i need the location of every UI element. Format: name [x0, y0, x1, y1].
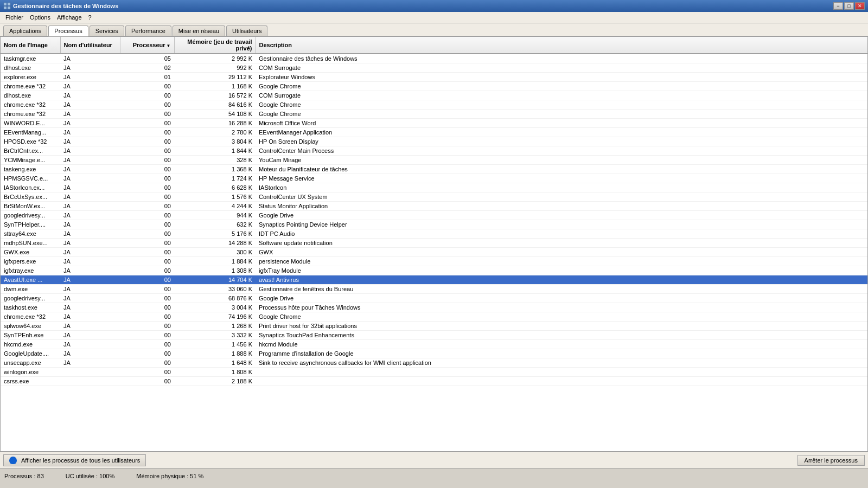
- table-row[interactable]: IAStorIcon.ex...JA006 628 KIAStorIcon: [1, 183, 867, 192]
- menu-item-fichier[interactable]: Fichier: [2, 13, 27, 22]
- tab-applications[interactable]: Applications: [3, 25, 47, 36]
- table-row[interactable]: explorer.exeJA0129 112 KExplorateur Wind…: [1, 73, 867, 82]
- cell-cpu: 00: [120, 192, 174, 202]
- cell-image: dwm.exe: [1, 285, 60, 294]
- cell-user: JA: [60, 82, 120, 91]
- col-header-desc[interactable]: Description: [256, 37, 867, 54]
- cell-desc: persistence Module: [256, 257, 867, 266]
- svg-rect-0: [4, 3, 7, 5]
- cell-cpu: 00: [120, 294, 174, 303]
- cell-mem: 3 004 K: [174, 303, 256, 312]
- menu-item-options[interactable]: Options: [27, 13, 54, 22]
- col-header-cpu[interactable]: Processeur▼: [120, 37, 174, 54]
- cell-user: JA: [60, 73, 120, 82]
- tab-processus[interactable]: Processus: [48, 25, 88, 36]
- table-row[interactable]: chrome.exe *32JA001 168 KGoogle Chrome: [1, 82, 867, 91]
- cell-image: dlhost.exe: [1, 91, 60, 100]
- table-row[interactable]: sttray64.exeJA005 176 KIDT PC Audio: [1, 229, 867, 239]
- table-row[interactable]: BrStMonW.ex...JA004 244 KStatus Monitor …: [1, 202, 867, 211]
- cell-image: chrome.exe *32: [1, 110, 60, 119]
- table-row[interactable]: GWX.exeJA00300 KGWX: [1, 248, 867, 257]
- cell-image: WINWORD.E...: [1, 119, 60, 128]
- table-row[interactable]: mdhpSUN.exe...JA0014 288 KSoftware updat…: [1, 239, 867, 248]
- table-row[interactable]: taskmgr.exeJA052 992 KGestionnaire des t…: [1, 54, 867, 63]
- menu-item-?[interactable]: ?: [85, 13, 95, 22]
- cell-user: JA: [60, 54, 120, 63]
- cell-desc: Moteur du Planificateur de tâches: [256, 165, 867, 174]
- cell-image: HPMSGSVC.e...: [1, 174, 60, 183]
- table-row[interactable]: dwm.exeJA0033 060 KGestionnaire de fenêt…: [1, 285, 867, 294]
- table-row[interactable]: unsecapp.exeJA001 648 KSink to receive a…: [1, 358, 867, 368]
- table-row[interactable]: GoogleUpdate....JA001 888 KProgramme d'i…: [1, 349, 867, 358]
- tab-utilisateurs[interactable]: Utilisateurs: [226, 25, 267, 36]
- table-row[interactable]: chrome.exe *32JA0054 108 KGoogle Chrome: [1, 110, 867, 119]
- cell-cpu: 00: [120, 358, 174, 368]
- bottom-bar: Afficher les processus de tous les utili…: [0, 452, 868, 468]
- cell-desc: IAStorIcon: [256, 183, 867, 192]
- cell-cpu: 00: [120, 275, 174, 285]
- table-row[interactable]: HPOSD.exe *32JA003 804 KHP On Screen Dis…: [1, 137, 867, 146]
- table-row[interactable]: dlhost.exeJA02992 KCOM Surrogate: [1, 63, 867, 73]
- table-row[interactable]: taskhost.exeJA003 004 KProcessus hôte po…: [1, 303, 867, 312]
- show-all-processes-button[interactable]: Afficher les processus de tous les utili…: [3, 454, 146, 466]
- cell-cpu: 00: [120, 349, 174, 358]
- table-row[interactable]: hkcmd.exeJA001 456 Khkcmd Module: [1, 340, 867, 349]
- cell-image: dlhost.exe: [1, 63, 60, 73]
- table-row[interactable]: BrCcUxSys.ex...JA001 576 KControlCenter …: [1, 192, 867, 202]
- cell-cpu: 00: [120, 82, 174, 91]
- cell-cpu: 00: [120, 331, 174, 340]
- cell-user: JA: [60, 146, 120, 156]
- table-row[interactable]: AvastUI.exe ...JA0014 704 Kavast! Antivi…: [1, 275, 867, 285]
- cell-user: JA: [60, 349, 120, 358]
- menu-item-affichage[interactable]: Affichage: [54, 13, 85, 22]
- table-row[interactable]: EEventManag...JA002 780 KEEventManager A…: [1, 128, 867, 137]
- cell-image: csrss.exe: [1, 377, 60, 386]
- cell-user: JA: [60, 229, 120, 239]
- close-button[interactable]: ✕: [855, 2, 865, 10]
- table-row[interactable]: BrCtrlCntr.ex...JA001 844 KControlCenter…: [1, 146, 867, 156]
- table-row[interactable]: igfxtray.exeJA001 308 KigfxTray Module: [1, 266, 867, 275]
- table-row[interactable]: igfxpers.exeJA001 884 Kpersistence Modul…: [1, 257, 867, 266]
- table-row[interactable]: SynTPHelper....JA00632 KSynaptics Pointi…: [1, 220, 867, 229]
- cell-cpu: 00: [120, 202, 174, 211]
- minimize-button[interactable]: −: [833, 2, 843, 10]
- table-row[interactable]: SynTPEnh.exeJA003 332 KSynaptics TouchPa…: [1, 331, 867, 340]
- main-content: Nom de l'ImageNom d'utilisateurProcesseu…: [0, 36, 868, 452]
- cell-user: [60, 377, 120, 386]
- table-row[interactable]: winlogon.exe001 808 K: [1, 368, 867, 377]
- tab-services[interactable]: Services: [90, 25, 124, 36]
- table-row[interactable]: googledrivesy...JA0068 876 KGoogle Drive: [1, 294, 867, 303]
- cell-desc: HP Message Service: [256, 174, 867, 183]
- end-process-button[interactable]: Arrêter le processus: [797, 455, 865, 466]
- cell-desc: [256, 377, 867, 386]
- cell-cpu: 00: [120, 257, 174, 266]
- cell-image: YCMMirage.e...: [1, 156, 60, 165]
- cell-user: JA: [60, 275, 120, 285]
- cell-image: explorer.exe: [1, 73, 60, 82]
- maximize-button[interactable]: □: [844, 2, 854, 10]
- table-row[interactable]: taskeng.exeJA001 368 KMoteur du Planific…: [1, 165, 867, 174]
- table-row[interactable]: YCMMirage.e...JA00328 KYouCam Mirage: [1, 156, 867, 165]
- memory-usage: Mémoire physique : 51 %: [136, 473, 203, 479]
- table-row[interactable]: dlhost.exeJA0016 572 KCOM Surrogate: [1, 91, 867, 100]
- cell-mem: 3 804 K: [174, 137, 256, 146]
- tab-performance[interactable]: Performance: [125, 25, 171, 36]
- tab-mise-en-réseau[interactable]: Mise en réseau: [173, 25, 225, 36]
- cell-user: JA: [60, 285, 120, 294]
- menu-bar: FichierOptionsAffichage?: [0, 12, 868, 23]
- cell-cpu: 00: [120, 119, 174, 128]
- table-row[interactable]: chrome.exe *32JA0074 196 KGoogle Chrome: [1, 312, 867, 322]
- cell-mem: 74 196 K: [174, 312, 256, 322]
- process-table-container[interactable]: Nom de l'ImageNom d'utilisateurProcesseu…: [1, 37, 867, 451]
- cell-image: splwow64.exe: [1, 322, 60, 331]
- table-row[interactable]: chrome.exe *32JA0084 616 KGoogle Chrome: [1, 100, 867, 110]
- col-header-mem[interactable]: Mémoire (jeu de travail privé): [174, 37, 256, 54]
- cell-desc: Status Monitor Application: [256, 202, 867, 211]
- table-row[interactable]: HPMSGSVC.e...JA001 724 KHP Message Servi…: [1, 174, 867, 183]
- table-row[interactable]: csrss.exe002 188 K: [1, 377, 867, 386]
- col-header-user[interactable]: Nom d'utilisateur: [60, 37, 120, 54]
- col-header-image[interactable]: Nom de l'Image: [1, 37, 60, 54]
- table-row[interactable]: WINWORD.E...JA0016 288 KMicrosoft Office…: [1, 119, 867, 128]
- table-row[interactable]: splwow64.exeJA001 268 KPrint driver host…: [1, 322, 867, 331]
- table-row[interactable]: googledrivesy...JA00944 KGoogle Drive: [1, 211, 867, 220]
